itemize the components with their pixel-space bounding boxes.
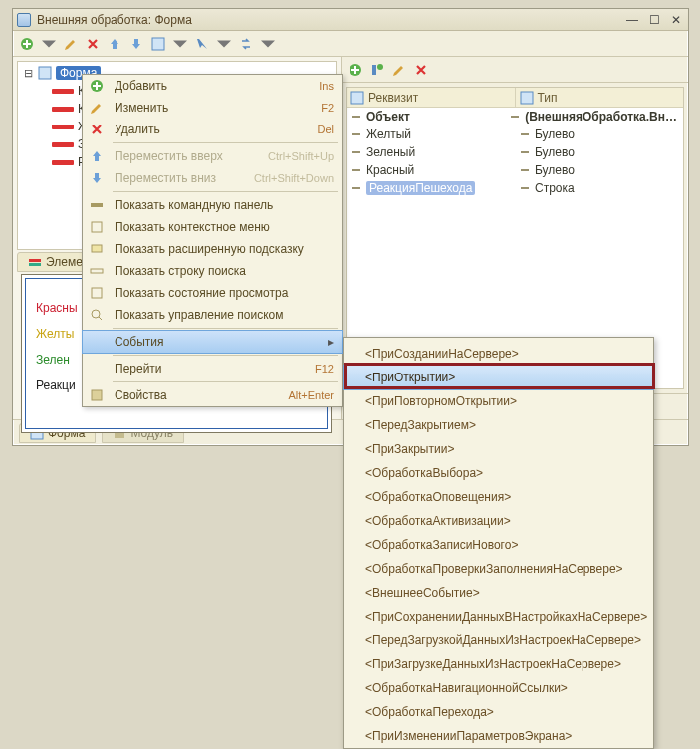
req-type: Булево	[535, 163, 575, 177]
svg-rect-16	[91, 203, 103, 207]
event-item[interactable]: <ПриСохраненииДанныхВНастройкахНаСервере…	[344, 605, 653, 628]
collapse-icon[interactable]: ⊟	[24, 67, 34, 80]
ctx-props[interactable]: СвойстваAlt+Enter	[83, 384, 342, 406]
event-item[interactable]: <ОбработкаЗаписиНового>	[344, 533, 653, 557]
svg-rect-19	[91, 269, 103, 273]
minimize-button[interactable]: —	[624, 13, 640, 27]
event-item[interactable]: <ОбработкаНавигационнойСсылки>	[344, 676, 653, 700]
event-item[interactable]: <ОбработкаОповещения>	[344, 485, 653, 509]
plus-icon	[90, 79, 104, 93]
svg-rect-4	[29, 263, 41, 266]
add-col-button[interactable]	[367, 60, 387, 80]
ctx-edit[interactable]: ИзменитьF2	[83, 97, 342, 119]
props-icon	[90, 388, 104, 402]
elements-icon	[28, 255, 42, 269]
item-glyph	[52, 125, 74, 129]
edit-req-button[interactable]	[389, 60, 409, 80]
type-icon	[521, 169, 529, 171]
table-row[interactable]: КрасныйБулево	[347, 161, 683, 179]
table-row[interactable]: ЗеленыйБулево	[347, 143, 683, 161]
event-item[interactable]: <ПриПовторномОткрытии>	[344, 389, 653, 413]
event-item[interactable]: <ОбработкаПерехода>	[344, 700, 653, 724]
cmdpanel-icon	[90, 198, 104, 212]
table-icon	[38, 66, 52, 80]
type-icon	[511, 116, 519, 118]
table-row[interactable]: Объект(ВнешняяОбработка.Вн…	[347, 108, 683, 125]
form-icon	[17, 13, 31, 27]
window-title: Внешняя обработка: Форма	[37, 13, 192, 27]
event-item[interactable]: <ВнешнееСобытие>	[344, 581, 653, 605]
event-item[interactable]: <ОбработкаВыбора>	[344, 461, 653, 485]
req-icon	[352, 133, 360, 135]
svg-rect-3	[29, 259, 41, 262]
svg-rect-18	[92, 245, 102, 252]
item-glyph	[52, 142, 74, 147]
event-item[interactable]: <ОбработкаПроверкиЗаполненияНаСервере>	[344, 557, 653, 581]
edit-button[interactable]	[61, 34, 81, 54]
event-item[interactable]: <ОбработкаАктивизации>	[344, 509, 653, 533]
svg-rect-9	[521, 92, 533, 104]
left-toolbar	[13, 31, 688, 57]
ctx-showview[interactable]: Показать состояние просмотра	[83, 282, 342, 304]
col-type: Тип	[538, 91, 558, 105]
toolbar-glyph	[52, 89, 74, 94]
svg-rect-22	[92, 390, 102, 400]
movedown-button[interactable]	[126, 34, 146, 54]
svg-point-7	[377, 64, 383, 70]
ctx-add[interactable]: ДобавитьIns	[83, 75, 342, 97]
event-item[interactable]: <ПриОткрытии>	[344, 366, 653, 389]
caret-3[interactable]	[258, 34, 278, 54]
grid-button[interactable]	[148, 34, 168, 54]
add-dropdown[interactable]	[39, 34, 59, 54]
event-item[interactable]: <ПриИзмененииПараметровЭкрана>	[344, 724, 653, 748]
caret-2[interactable]	[214, 34, 234, 54]
arrow-down-icon	[90, 171, 104, 185]
preview-red-label: Красны	[36, 301, 78, 315]
table-row[interactable]: ЖелтыйБулево	[347, 125, 683, 143]
req-type: Булево	[535, 145, 575, 159]
item-glyph	[52, 160, 74, 165]
svg-rect-20	[92, 288, 102, 298]
add-button[interactable]	[17, 34, 37, 54]
delete-button[interactable]	[83, 34, 103, 54]
ctx-showtip[interactable]: Показать расширенную подсказку	[83, 238, 342, 260]
ctx-showsearchctl[interactable]: Показать управление поиском	[83, 304, 342, 326]
ctx-events[interactable]: События▸	[83, 331, 342, 353]
event-item[interactable]: <ПередЗакрытием>	[344, 413, 653, 437]
ctx-showcmd[interactable]: Показать командную панель	[83, 194, 342, 216]
svg-point-21	[92, 310, 100, 318]
maximize-button[interactable]: ☐	[646, 13, 662, 27]
ctx-showctx[interactable]: Показать контекстное меню	[83, 216, 342, 238]
req-name: Объект	[366, 110, 410, 124]
events-submenu: <ПриСозданииНаСервере><ПриОткрытии><ПриП…	[343, 337, 654, 749]
type-icon	[521, 133, 529, 135]
event-item[interactable]: <ПриЗакрытии>	[344, 437, 653, 461]
titlebar: Внешняя обработка: Форма — ☐ ✕	[13, 9, 688, 31]
svg-rect-2	[39, 67, 51, 79]
table-row[interactable]: РеакцияПешеходаСтрока	[347, 179, 683, 197]
swap-tool[interactable]	[236, 34, 256, 54]
req-icon	[352, 116, 360, 118]
event-item[interactable]: <ПриЗагрузкеДанныхИзНастроекНаСервере>	[344, 652, 653, 676]
magnify-icon	[90, 308, 104, 322]
caret-1[interactable]	[170, 34, 190, 54]
col-req: Реквизит	[368, 91, 418, 105]
moveup-button[interactable]	[105, 34, 124, 54]
close-button[interactable]: ✕	[668, 13, 684, 27]
delete-req-button[interactable]	[411, 60, 431, 80]
arrow-tool[interactable]	[192, 34, 212, 54]
ctx-goto[interactable]: ПерейтиF12	[83, 358, 342, 379]
tooltip-icon	[90, 242, 104, 256]
event-item[interactable]: <ПередЗагрузкойДанныхИзНастроекНаСервере…	[344, 628, 653, 652]
preview-green-label: Зелен	[36, 353, 70, 367]
req-type: Булево	[535, 127, 575, 141]
req-name: РеакцияПешехода	[366, 181, 475, 195]
column-icon	[350, 91, 364, 105]
req-type: Строка	[535, 181, 575, 195]
type-icon	[521, 151, 529, 153]
event-item[interactable]: <ПриСозданииНаСервере>	[344, 342, 653, 366]
ctx-showsearch[interactable]: Показать строку поиска	[83, 260, 342, 282]
x-icon	[90, 123, 104, 136]
ctx-delete[interactable]: УдалитьDel	[83, 119, 342, 140]
add-req-button[interactable]	[346, 60, 365, 80]
